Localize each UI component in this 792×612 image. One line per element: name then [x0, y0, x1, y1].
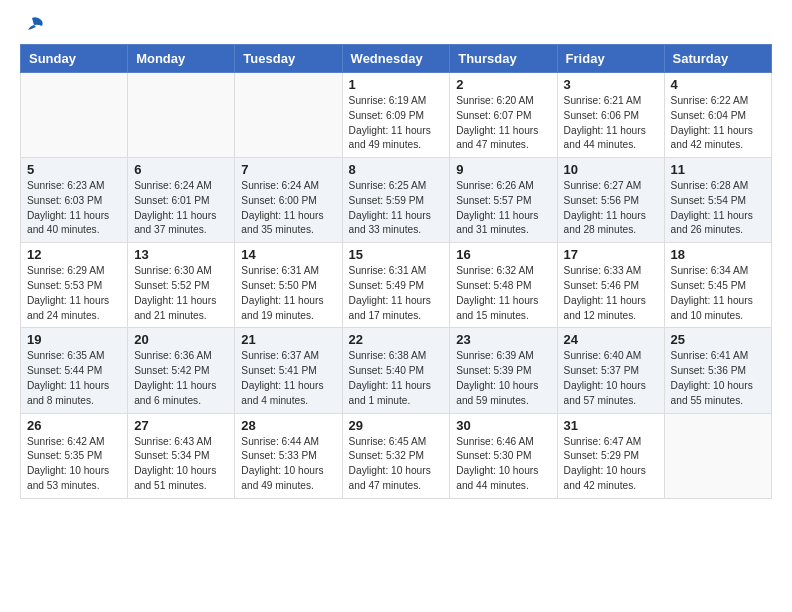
day-number: 24	[564, 332, 658, 347]
calendar-cell: 14Sunrise: 6:31 AM Sunset: 5:50 PM Dayli…	[235, 243, 342, 328]
calendar-cell	[128, 73, 235, 158]
calendar-cell: 6Sunrise: 6:24 AM Sunset: 6:01 PM Daylig…	[128, 158, 235, 243]
day-number: 2	[456, 77, 550, 92]
day-number: 20	[134, 332, 228, 347]
day-info: Sunrise: 6:25 AM Sunset: 5:59 PM Dayligh…	[349, 179, 444, 238]
day-number: 7	[241, 162, 335, 177]
calendar-cell: 5Sunrise: 6:23 AM Sunset: 6:03 PM Daylig…	[21, 158, 128, 243]
calendar-cell: 7Sunrise: 6:24 AM Sunset: 6:00 PM Daylig…	[235, 158, 342, 243]
day-number: 14	[241, 247, 335, 262]
day-info: Sunrise: 6:28 AM Sunset: 5:54 PM Dayligh…	[671, 179, 765, 238]
day-number: 26	[27, 418, 121, 433]
calendar-cell: 2Sunrise: 6:20 AM Sunset: 6:07 PM Daylig…	[450, 73, 557, 158]
day-number: 23	[456, 332, 550, 347]
day-info: Sunrise: 6:35 AM Sunset: 5:44 PM Dayligh…	[27, 349, 121, 408]
calendar-cell: 27Sunrise: 6:43 AM Sunset: 5:34 PM Dayli…	[128, 413, 235, 498]
logo	[20, 20, 44, 34]
day-info: Sunrise: 6:24 AM Sunset: 6:00 PM Dayligh…	[241, 179, 335, 238]
day-number: 8	[349, 162, 444, 177]
calendar-cell: 13Sunrise: 6:30 AM Sunset: 5:52 PM Dayli…	[128, 243, 235, 328]
day-info: Sunrise: 6:41 AM Sunset: 5:36 PM Dayligh…	[671, 349, 765, 408]
day-number: 30	[456, 418, 550, 433]
day-info: Sunrise: 6:42 AM Sunset: 5:35 PM Dayligh…	[27, 435, 121, 494]
day-header-sunday: Sunday	[21, 45, 128, 73]
day-info: Sunrise: 6:19 AM Sunset: 6:09 PM Dayligh…	[349, 94, 444, 153]
calendar-cell: 26Sunrise: 6:42 AM Sunset: 5:35 PM Dayli…	[21, 413, 128, 498]
calendar-week-row: 19Sunrise: 6:35 AM Sunset: 5:44 PM Dayli…	[21, 328, 772, 413]
day-info: Sunrise: 6:36 AM Sunset: 5:42 PM Dayligh…	[134, 349, 228, 408]
calendar-cell: 20Sunrise: 6:36 AM Sunset: 5:42 PM Dayli…	[128, 328, 235, 413]
day-number: 27	[134, 418, 228, 433]
calendar-cell: 1Sunrise: 6:19 AM Sunset: 6:09 PM Daylig…	[342, 73, 450, 158]
day-header-monday: Monday	[128, 45, 235, 73]
day-number: 28	[241, 418, 335, 433]
day-number: 13	[134, 247, 228, 262]
day-info: Sunrise: 6:39 AM Sunset: 5:39 PM Dayligh…	[456, 349, 550, 408]
day-info: Sunrise: 6:44 AM Sunset: 5:33 PM Dayligh…	[241, 435, 335, 494]
day-info: Sunrise: 6:23 AM Sunset: 6:03 PM Dayligh…	[27, 179, 121, 238]
day-header-saturday: Saturday	[664, 45, 771, 73]
calendar-cell: 19Sunrise: 6:35 AM Sunset: 5:44 PM Dayli…	[21, 328, 128, 413]
calendar-cell: 30Sunrise: 6:46 AM Sunset: 5:30 PM Dayli…	[450, 413, 557, 498]
day-number: 3	[564, 77, 658, 92]
day-number: 11	[671, 162, 765, 177]
calendar-cell: 16Sunrise: 6:32 AM Sunset: 5:48 PM Dayli…	[450, 243, 557, 328]
day-info: Sunrise: 6:30 AM Sunset: 5:52 PM Dayligh…	[134, 264, 228, 323]
day-number: 17	[564, 247, 658, 262]
day-info: Sunrise: 6:31 AM Sunset: 5:50 PM Dayligh…	[241, 264, 335, 323]
day-number: 25	[671, 332, 765, 347]
day-number: 22	[349, 332, 444, 347]
day-info: Sunrise: 6:26 AM Sunset: 5:57 PM Dayligh…	[456, 179, 550, 238]
day-number: 12	[27, 247, 121, 262]
day-number: 18	[671, 247, 765, 262]
day-info: Sunrise: 6:20 AM Sunset: 6:07 PM Dayligh…	[456, 94, 550, 153]
calendar-cell: 4Sunrise: 6:22 AM Sunset: 6:04 PM Daylig…	[664, 73, 771, 158]
day-info: Sunrise: 6:43 AM Sunset: 5:34 PM Dayligh…	[134, 435, 228, 494]
day-info: Sunrise: 6:40 AM Sunset: 5:37 PM Dayligh…	[564, 349, 658, 408]
day-number: 15	[349, 247, 444, 262]
calendar-cell: 22Sunrise: 6:38 AM Sunset: 5:40 PM Dayli…	[342, 328, 450, 413]
calendar-week-row: 1Sunrise: 6:19 AM Sunset: 6:09 PM Daylig…	[21, 73, 772, 158]
day-number: 5	[27, 162, 121, 177]
calendar-cell: 29Sunrise: 6:45 AM Sunset: 5:32 PM Dayli…	[342, 413, 450, 498]
calendar-cell: 31Sunrise: 6:47 AM Sunset: 5:29 PM Dayli…	[557, 413, 664, 498]
day-number: 1	[349, 77, 444, 92]
calendar-cell: 9Sunrise: 6:26 AM Sunset: 5:57 PM Daylig…	[450, 158, 557, 243]
calendar-table: SundayMondayTuesdayWednesdayThursdayFrid…	[20, 44, 772, 499]
day-number: 6	[134, 162, 228, 177]
calendar-cell	[235, 73, 342, 158]
page-header	[20, 20, 772, 34]
day-number: 9	[456, 162, 550, 177]
calendar-header-row: SundayMondayTuesdayWednesdayThursdayFrid…	[21, 45, 772, 73]
day-info: Sunrise: 6:46 AM Sunset: 5:30 PM Dayligh…	[456, 435, 550, 494]
calendar-week-row: 26Sunrise: 6:42 AM Sunset: 5:35 PM Dayli…	[21, 413, 772, 498]
day-info: Sunrise: 6:34 AM Sunset: 5:45 PM Dayligh…	[671, 264, 765, 323]
day-number: 31	[564, 418, 658, 433]
day-info: Sunrise: 6:38 AM Sunset: 5:40 PM Dayligh…	[349, 349, 444, 408]
day-header-wednesday: Wednesday	[342, 45, 450, 73]
day-number: 4	[671, 77, 765, 92]
day-number: 29	[349, 418, 444, 433]
day-info: Sunrise: 6:31 AM Sunset: 5:49 PM Dayligh…	[349, 264, 444, 323]
calendar-cell: 8Sunrise: 6:25 AM Sunset: 5:59 PM Daylig…	[342, 158, 450, 243]
day-info: Sunrise: 6:27 AM Sunset: 5:56 PM Dayligh…	[564, 179, 658, 238]
day-info: Sunrise: 6:45 AM Sunset: 5:32 PM Dayligh…	[349, 435, 444, 494]
day-number: 10	[564, 162, 658, 177]
calendar-week-row: 5Sunrise: 6:23 AM Sunset: 6:03 PM Daylig…	[21, 158, 772, 243]
calendar-cell: 17Sunrise: 6:33 AM Sunset: 5:46 PM Dayli…	[557, 243, 664, 328]
day-number: 19	[27, 332, 121, 347]
day-number: 16	[456, 247, 550, 262]
calendar-cell	[21, 73, 128, 158]
calendar-cell: 28Sunrise: 6:44 AM Sunset: 5:33 PM Dayli…	[235, 413, 342, 498]
calendar-cell: 12Sunrise: 6:29 AM Sunset: 5:53 PM Dayli…	[21, 243, 128, 328]
calendar-cell: 21Sunrise: 6:37 AM Sunset: 5:41 PM Dayli…	[235, 328, 342, 413]
day-info: Sunrise: 6:22 AM Sunset: 6:04 PM Dayligh…	[671, 94, 765, 153]
day-header-thursday: Thursday	[450, 45, 557, 73]
calendar-cell: 23Sunrise: 6:39 AM Sunset: 5:39 PM Dayli…	[450, 328, 557, 413]
day-header-tuesday: Tuesday	[235, 45, 342, 73]
calendar-cell: 11Sunrise: 6:28 AM Sunset: 5:54 PM Dayli…	[664, 158, 771, 243]
day-info: Sunrise: 6:37 AM Sunset: 5:41 PM Dayligh…	[241, 349, 335, 408]
day-info: Sunrise: 6:29 AM Sunset: 5:53 PM Dayligh…	[27, 264, 121, 323]
calendar-cell: 25Sunrise: 6:41 AM Sunset: 5:36 PM Dayli…	[664, 328, 771, 413]
day-info: Sunrise: 6:24 AM Sunset: 6:01 PM Dayligh…	[134, 179, 228, 238]
